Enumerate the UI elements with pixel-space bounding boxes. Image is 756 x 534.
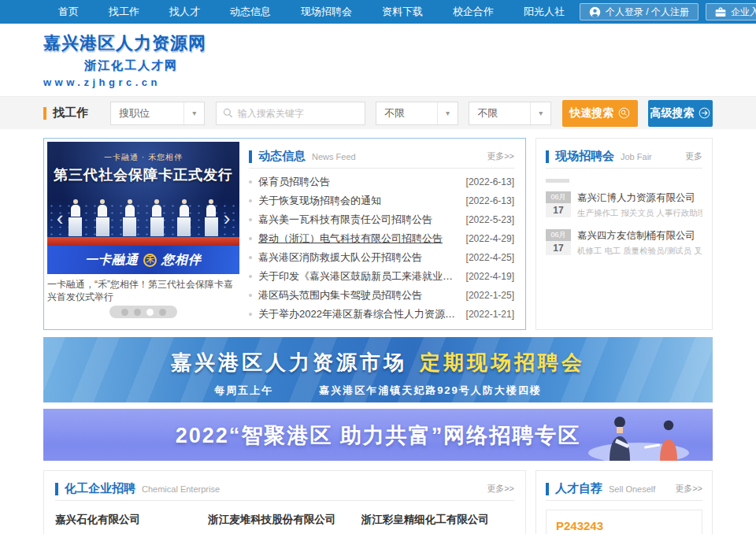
advanced-search-button[interactable]: 高级搜索: [648, 100, 713, 127]
news-item-title[interactable]: 关于印发《嘉兴港区鼓励新员工来港就业补助操作...: [258, 269, 458, 284]
news-item-date: [2022-4-25]: [466, 252, 514, 263]
news-section: 动态信息 News Feed 更多>> 保育员招聘公告 [2022-6-13]: [243, 139, 525, 329]
news-item-title[interactable]: 磐动（浙江）电气科技有限公司招聘公告: [258, 232, 458, 246]
site-title: 嘉兴港区人力资源网: [43, 32, 217, 55]
site-url: www.zjhgrc.cn: [43, 76, 217, 88]
personal-login-button[interactable]: 个人登录 / 个人注册: [580, 3, 699, 20]
search-category-select[interactable]: 搜职位 ▾: [110, 102, 205, 125]
carousel-dot[interactable]: [146, 309, 154, 316]
enterprise-entry-button[interactable]: 企业入口: [706, 3, 756, 20]
jobfair-company[interactable]: 嘉兴汇博人力资源有限公司: [577, 191, 702, 204]
news-list: 保育员招聘公告 [2022-6-13] 关于恢复现场招聘会的通知 [2022-6…: [249, 169, 514, 324]
decor-dash: [546, 179, 569, 183]
banner1-schedule: 每周五上午: [214, 384, 273, 396]
quick-search-button[interactable]: 快速搜索: [562, 100, 638, 127]
news-item-date: [2022-6-13]: [466, 176, 514, 187]
band-text-left: 一卡融通: [85, 252, 139, 269]
filter2-select[interactable]: 不限 ▾: [469, 102, 551, 125]
stage-red-strip: [47, 237, 239, 246]
search-label-text: 找工作: [53, 106, 88, 121]
jobfair-title: 现场招聘会: [555, 149, 614, 164]
banner1-address: 嘉兴港区乍浦镇天妃路929号人防大楼四楼: [319, 384, 542, 396]
site-header: 嘉兴港区人力资源网 浙江化工人才网 www.zjhgrc.cn: [0, 24, 756, 96]
site-subtitle: 浙江化工人才网: [84, 58, 217, 73]
news-item-title[interactable]: 关于举办2022年港区新春综合性人力资源暨春风...: [258, 307, 458, 321]
band-text-right: 您相伴: [161, 252, 202, 269]
top-nav: 首页找工作找人才动态信息现场招聘会资料下载校企合作阳光人社 个人登录 / 个人注…: [0, 0, 756, 24]
talent-title: 人才自荐: [555, 481, 602, 496]
bullet-icon: [249, 275, 252, 278]
carousel-dots: [109, 306, 177, 318]
company-card: 浙江麦堆科技股份有限公司 销售专员 会计 土建主管: [208, 513, 361, 534]
jobfair-jobs: 机修工 电工 质量检验员/测试员 叉车...: [577, 246, 702, 257]
online-recruitment-banner[interactable]: 2022“智聚港区 助力共富”网络招聘专区: [43, 409, 713, 461]
news-item-title[interactable]: 嘉兴港区消防救援大队公开招聘公告: [258, 250, 458, 265]
nav-menu: 首页找工作找人才动态信息现场招聘会资料下载校企合作阳光人社: [43, 0, 580, 24]
company-name[interactable]: 浙江麦堆科技股份有限公司: [208, 513, 361, 527]
news-item-title[interactable]: 港区码头范围内集卡驾驶员招聘公告: [258, 288, 458, 302]
carousel-caption[interactable]: 一卡融通，“禾”您相伴！第三代社会保障卡嘉兴首发仪式举行: [47, 278, 239, 303]
news-subtitle: News Feed: [312, 152, 356, 161]
news-item-title[interactable]: 保育员招聘公告: [258, 175, 458, 189]
nav-item[interactable]: 阳光人社: [509, 0, 580, 24]
recruitment-market-banner[interactable]: 嘉兴港区人力资源市场定期现场招聘会 每周五上午嘉兴港区乍浦镇天妃路929号人防大…: [43, 337, 713, 402]
carousel-dot[interactable]: [159, 309, 166, 316]
carousel-slide[interactable]: 一卡融通 · 禾您相伴 第三代社会保障卡正式发行 一卡融通 禾: [47, 142, 239, 274]
news-more-link[interactable]: 更多>>: [487, 150, 514, 162]
banner2-title: 2022“智聚港区 助力共富”网络招聘专区: [43, 421, 713, 450]
jobfair-subtitle: Job Fair: [621, 152, 652, 161]
filter2-value: 不限: [477, 106, 498, 121]
user-icon: [589, 6, 601, 18]
carousel-prev-button[interactable]: ‹: [53, 208, 67, 228]
chemical-more-link[interactable]: 更多>>: [487, 483, 514, 495]
news-item: 关于印发《嘉兴港区鼓励新员工来港就业补助操作... [2022-4-19]: [249, 267, 514, 286]
carousel-dot[interactable]: [121, 309, 128, 316]
company-name[interactable]: 嘉兴石化有限公司: [55, 513, 208, 527]
jobfair-more-link[interactable]: 更多: [685, 150, 702, 162]
banner1-title-white: 嘉兴港区人力资源市场: [171, 350, 407, 374]
carousel: 一卡融通 · 禾您相伴 第三代社会保障卡正式发行 一卡融通 禾: [44, 139, 243, 329]
jobfair-section: 现场招聘会 Job Fair 更多 06月 17 嘉兴汇博人力资源有限公司 生产…: [536, 138, 713, 330]
chevron-down-icon: ▾: [530, 102, 550, 124]
news-item-title[interactable]: 关于恢复现场招聘会的通知: [258, 194, 458, 208]
news-item-title[interactable]: 嘉兴美一瓦科技有限责任公司招聘公告: [258, 213, 458, 227]
stage-figures: [47, 199, 239, 236]
date-badge: 06月 17: [546, 229, 571, 257]
bullet-icon: [249, 294, 252, 297]
talent-more-link[interactable]: 更多>>: [675, 483, 702, 495]
talent-section: 人才自荐 Sell Oneself 更多>> P243243 男 ｜ 嘉兴市->…: [536, 470, 713, 534]
news-item: 关于举办2022年港区新春综合性人力资源暨春风... [2022-1-21]: [249, 305, 514, 324]
keyword-input[interactable]: [238, 108, 358, 119]
advanced-search-label: 高级搜索: [650, 106, 694, 121]
chemical-title: 化工企业招聘: [65, 481, 135, 496]
news-title: 动态信息: [258, 149, 306, 164]
filter1-select[interactable]: 不限 ▾: [376, 102, 458, 125]
nav-item[interactable]: 动态信息: [215, 0, 286, 24]
date-badge: 06月 17: [546, 191, 571, 219]
nav-item[interactable]: 首页: [43, 0, 94, 24]
nav-item[interactable]: 校企合作: [438, 0, 509, 24]
chevron-down-icon: ▾: [183, 102, 204, 124]
quick-search-icon: [618, 107, 630, 119]
section-accent-bar: [546, 483, 549, 495]
carousel-dot[interactable]: [134, 309, 141, 316]
news-item-date: [2022-5-23]: [466, 214, 514, 225]
orange-accent-bar: [43, 107, 46, 120]
arrow-right-icon: [699, 107, 710, 119]
carousel-next-button[interactable]: ›: [220, 208, 234, 228]
nav-item[interactable]: 找人才: [154, 0, 215, 24]
search-section-label: 找工作: [43, 106, 100, 121]
candidate-card[interactable]: P243243 男 ｜ 嘉兴市->嘉兴港区 ｜ 八年以上: [546, 510, 702, 534]
jobfair-list: 06月 17 嘉兴汇博人力资源有限公司 生产操作工 报关文员 人事行政助理...…: [546, 191, 702, 257]
news-item: 关于恢复现场招聘会的通知 [2022-6-13]: [249, 191, 514, 210]
company-name[interactable]: 浙江彩皇精细化工有限公司: [361, 513, 514, 527]
bullet-icon: [249, 256, 252, 259]
jobfair-company[interactable]: 嘉兴四方友信制桶有限公司: [577, 229, 702, 242]
site-logo[interactable]: 嘉兴港区人力资源网 浙江化工人才网 www.zjhgrc.cn: [43, 32, 217, 88]
quick-search-label: 快速搜索: [569, 106, 613, 121]
nav-item[interactable]: 找工作: [94, 0, 154, 24]
candidate-id[interactable]: P243243: [556, 519, 692, 532]
nav-item[interactable]: 资料下载: [367, 0, 438, 24]
chemical-subtitle: Chemical Enterprise: [142, 484, 220, 494]
nav-item[interactable]: 现场招聘会: [286, 0, 367, 24]
